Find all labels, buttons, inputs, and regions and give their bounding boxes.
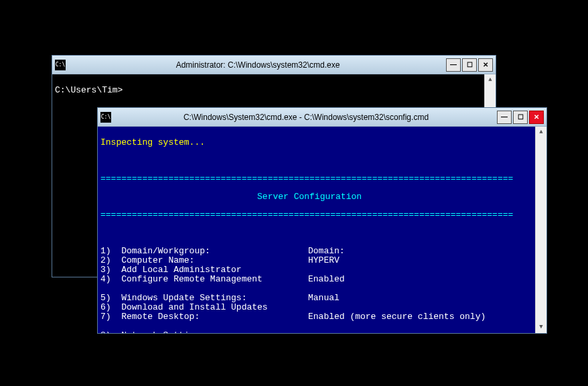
scroll-up-icon[interactable]: ▲ bbox=[485, 74, 496, 86]
menu-item-value: Manual bbox=[308, 293, 340, 303]
cmd-icon: C:\ bbox=[100, 112, 111, 123]
close-button[interactable]: ✕ bbox=[529, 111, 544, 124]
maximize-button[interactable]: ☐ bbox=[462, 58, 477, 72]
menu-item-label: 2) Computer Name: bbox=[100, 256, 308, 265]
rule-line: ========================================… bbox=[100, 174, 546, 184]
inspecting-line: Inspecting system... bbox=[100, 138, 546, 147]
cmd-icon: C:\ bbox=[55, 60, 66, 70]
titlebar[interactable]: C:\ Administrator: C:\Windows\system32\c… bbox=[52, 56, 496, 74]
menu-item-label: 6) Download and Install Updates bbox=[100, 303, 308, 312]
menu-item: 5) Windows Update Settings:Manual bbox=[100, 294, 546, 303]
window-title: Administrator: C:\Windows\system32\cmd.e… bbox=[70, 60, 446, 70]
menu-item-value: HYPERV bbox=[308, 255, 340, 265]
menu-item-label: 4) Configure Remote Management bbox=[100, 275, 308, 283]
menu-item-value: Domain: bbox=[308, 246, 345, 256]
scroll-up-icon[interactable]: ▲ bbox=[536, 127, 546, 138]
minimize-button[interactable]: — bbox=[446, 58, 461, 72]
window-title: C:\Windows\System32\cmd.exe - C:\Windows… bbox=[115, 113, 497, 122]
console-output[interactable]: Inspecting system... ===================… bbox=[98, 127, 546, 333]
menu-item: 7) Remote Desktop:Enabled (more secure c… bbox=[100, 312, 546, 322]
rule-line: ========================================… bbox=[100, 210, 546, 220]
menu-items: 1) Domain/Workgroup:Domain:2) Computer N… bbox=[100, 247, 546, 333]
titlebar[interactable]: C:\ C:\Windows\System32\cmd.exe - C:\Win… bbox=[98, 108, 546, 127]
menu-item-value: Enabled (more secure clients only) bbox=[308, 312, 486, 322]
scrollbar[interactable]: ▲ ▼ bbox=[535, 127, 546, 333]
scroll-track[interactable] bbox=[536, 138, 546, 322]
cmd-window-sconfig: C:\ C:\Windows\System32\cmd.exe - C:\Win… bbox=[97, 107, 547, 334]
close-button[interactable]: ✕ bbox=[478, 58, 493, 72]
menu-item: 3) Add Local Administrator bbox=[100, 265, 546, 275]
menu-item-label: 8) Network Settings bbox=[100, 331, 308, 333]
menu-item: 4) Configure Remote ManagementEnabled bbox=[100, 275, 546, 284]
blank-line bbox=[100, 156, 546, 166]
menu-item bbox=[100, 284, 546, 294]
menu-item: 6) Download and Install Updates bbox=[100, 303, 546, 312]
menu-item: 8) Network Settings bbox=[100, 331, 546, 333]
menu-item-label: 7) Remote Desktop: bbox=[100, 312, 308, 321]
menu-item-label: 3) Add Local Administrator bbox=[100, 265, 308, 274]
window-buttons: — ☐ ✕ bbox=[497, 111, 544, 124]
window-buttons: — ☐ ✕ bbox=[446, 58, 493, 72]
menu-item-label: 5) Windows Update Settings: bbox=[100, 294, 308, 302]
menu-item: 2) Computer Name:HYPERV bbox=[100, 256, 546, 265]
prompt: C:\Users\Tim> bbox=[55, 86, 496, 95]
menu-item-value: Enabled bbox=[308, 274, 345, 284]
minimize-button[interactable]: — bbox=[497, 111, 512, 124]
scroll-down-icon[interactable]: ▼ bbox=[536, 322, 546, 333]
menu-item: 1) Domain/Workgroup:Domain: bbox=[100, 247, 546, 256]
maximize-button[interactable]: ☐ bbox=[513, 111, 528, 124]
menu-item bbox=[100, 322, 546, 331]
menu-item-label: 1) Domain/Workgroup: bbox=[100, 247, 308, 255]
blank-line bbox=[100, 229, 546, 238]
header-line: Server Configuration bbox=[100, 192, 546, 202]
